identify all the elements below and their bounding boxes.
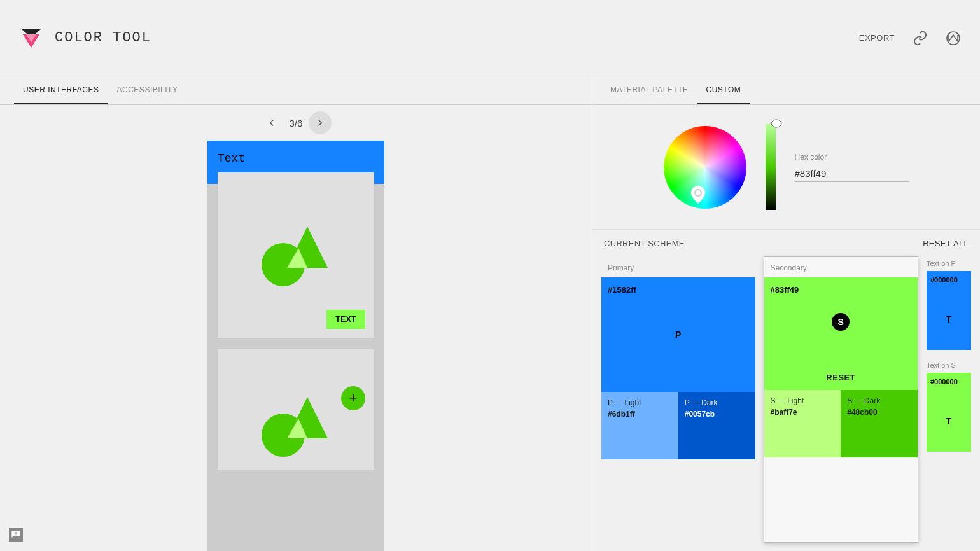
secondary-light-hex: #baff7e — [771, 408, 835, 417]
secondary-reset-button[interactable]: RESET — [764, 365, 918, 390]
text-on-s-swatch[interactable]: #000000 T — [927, 373, 971, 452]
svg-point-11 — [771, 120, 781, 127]
text-on-primary-column[interactable]: Text on P #000000 T — [927, 257, 971, 350]
text-on-secondary-column[interactable]: Text on S #000000 T — [927, 359, 971, 452]
left-tabs: USER INTERFACES ACCESSIBILITY — [0, 76, 592, 105]
scheme-pane: MATERIAL PALETTE CUSTOM Hex color CURR — [592, 76, 980, 551]
preview-card: + — [218, 349, 374, 470]
text-on-p-swatch[interactable]: #000000 T — [927, 271, 971, 350]
color-wheel[interactable] — [664, 126, 746, 209]
right-tabs: MATERIAL PALETTE CUSTOM — [592, 76, 980, 105]
secondary-light-label: S — Light — [771, 396, 835, 405]
text-on-s-letter: T — [946, 416, 952, 426]
phone-mockup: Text TEXT — [207, 141, 384, 551]
pager: 3/6 — [0, 105, 592, 141]
primary-dark-label: P — Dark — [685, 398, 749, 407]
reset-all-button[interactable]: RESET ALL — [923, 239, 969, 248]
primary-swatch[interactable]: #1582ff P — [601, 277, 755, 392]
secondary-dark-hex: #48cb00 — [847, 408, 911, 417]
pager-label: 3/6 — [290, 118, 303, 129]
secondary-title: Secondary — [764, 263, 918, 277]
scheme-title: CURRENT SCHEME — [604, 239, 685, 248]
feedback-button[interactable] — [9, 528, 23, 542]
primary-title: Primary — [601, 263, 755, 277]
shapes-icon — [258, 391, 334, 461]
pager-next-button[interactable] — [309, 111, 332, 134]
primary-light-label: P — Light — [608, 398, 672, 407]
primary-light-swatch[interactable]: P — Light #6db1ff — [601, 392, 678, 459]
brightness-slider[interactable] — [766, 124, 776, 210]
secondary-letter: S — [832, 313, 850, 331]
secondary-light-swatch[interactable]: S — Light #baff7e — [764, 390, 841, 457]
primary-dark-swatch[interactable]: P — Dark #0057cb — [678, 392, 755, 459]
app-title: COLOR TOOL — [55, 30, 151, 46]
hex-label: Hex color — [795, 153, 909, 162]
secondary-hex: #83ff49 — [771, 285, 799, 295]
primary-light-hex: #6db1ff — [608, 410, 672, 419]
shapes-icon — [258, 220, 334, 290]
app-header: COLOR TOOL EXPORT — [0, 0, 980, 76]
pager-prev-button[interactable] — [260, 111, 283, 134]
tab-user-interfaces[interactable]: USER INTERFACES — [14, 76, 108, 104]
material-logo-icon[interactable] — [946, 31, 961, 46]
color-picker: Hex color — [592, 105, 980, 229]
tab-accessibility[interactable]: ACCESSIBILITY — [108, 76, 187, 104]
preview-card: TEXT — [218, 172, 374, 338]
secondary-column[interactable]: Secondary #83ff49 S RESET S — Light #baf… — [764, 257, 918, 542]
primary-hex: #1582ff — [608, 285, 636, 295]
primary-dark-hex: #0057cb — [685, 410, 749, 419]
plus-icon: + — [349, 390, 358, 407]
feedback-icon — [11, 530, 21, 540]
secondary-dark-label: S — Dark — [847, 396, 911, 405]
link-icon[interactable] — [913, 31, 928, 46]
wheel-handle-icon[interactable] — [690, 186, 706, 204]
app-logo — [19, 29, 43, 48]
secondary-dark-swatch[interactable]: S — Dark #48cb00 — [841, 390, 918, 457]
export-button[interactable]: EXPORT — [859, 33, 895, 43]
text-on-p-letter: T — [946, 314, 952, 324]
phone-appbar-title: Text — [218, 152, 374, 165]
preview-pane: USER INTERFACES ACCESSIBILITY 3/6 Text — [0, 76, 592, 551]
text-on-p-title: Text on P — [927, 257, 971, 271]
tab-custom[interactable]: CUSTOM — [697, 76, 750, 104]
brightness-handle-icon[interactable] — [771, 119, 782, 128]
text-on-s-hex: #000000 — [930, 378, 958, 386]
card-button[interactable]: TEXT — [326, 310, 365, 329]
primary-letter: P — [675, 330, 681, 340]
tab-material-palette[interactable]: MATERIAL PALETTE — [601, 76, 697, 104]
secondary-swatch[interactable]: #83ff49 S — [764, 277, 918, 366]
hex-input[interactable] — [795, 165, 909, 182]
text-on-s-title: Text on S — [927, 359, 971, 373]
primary-column[interactable]: Primary #1582ff P P — Light #6db1ff P — … — [601, 257, 755, 542]
text-on-p-hex: #000000 — [930, 276, 958, 284]
fab-add-button[interactable]: + — [341, 386, 365, 410]
